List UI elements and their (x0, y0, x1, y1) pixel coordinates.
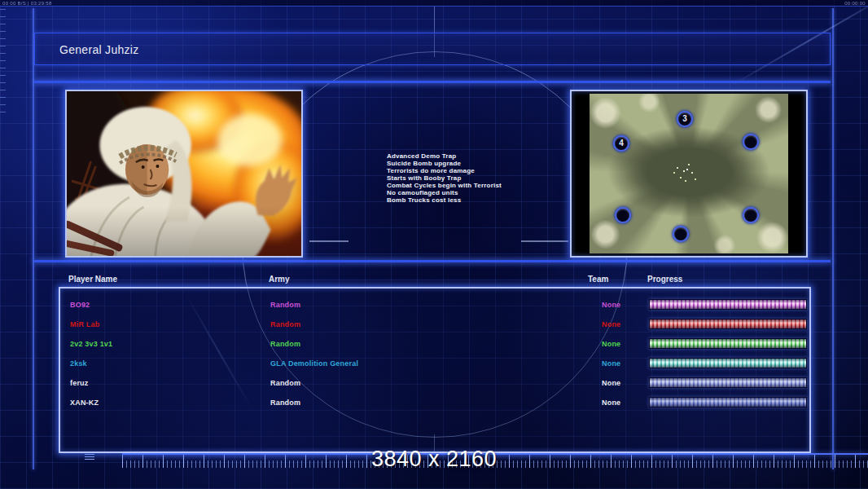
column-header-player-name: Player Name (68, 275, 117, 284)
player-team: None (602, 315, 620, 334)
spawn-marker: 4 (613, 135, 629, 152)
general-perks-list: Advanced Demo Trap Suicide Bomb upgrade … (387, 152, 582, 204)
map-terrain: 34 (590, 94, 788, 253)
frame-line-right (832, 8, 834, 469)
player-army: Random (270, 315, 300, 334)
player-army: Random (270, 295, 300, 315)
spawn-marker: 3 (677, 111, 693, 127)
player-name: XAN-KZ (70, 393, 99, 412)
general-portrait (65, 90, 303, 258)
table-row: 2ksk GLA Demolition General None (60, 354, 809, 373)
crosshair-dash-right (521, 240, 568, 242)
player-name: 2v2 3v3 1v1 (70, 334, 112, 354)
player-army: GLA Demolition General (270, 354, 358, 373)
table-row: feruz Random None (60, 373, 809, 393)
column-header-army: Army (269, 275, 290, 284)
portrait-image (67, 91, 301, 256)
progress-bar (649, 319, 807, 329)
player-team: None (602, 373, 620, 393)
title-panel: General Juhziz (34, 33, 831, 65)
player-army: Random (270, 393, 300, 412)
resolution-label: 3840 x 2160 (0, 447, 868, 472)
progress-bar-fill (650, 378, 806, 387)
progress-bar-fill (650, 339, 806, 348)
progress-bar (649, 299, 807, 310)
progress-bar (649, 377, 807, 388)
progress-bar (649, 338, 807, 349)
player-team: None (602, 334, 620, 354)
player-team: None (602, 393, 620, 412)
debug-timer-text: 00:00:00 (844, 1, 866, 6)
map-preview: 34 (570, 90, 808, 258)
divider-line-bottom (34, 260, 831, 262)
progress-bar-fill (650, 359, 806, 368)
player-name: 2ksk (70, 354, 87, 373)
player-team: None (602, 295, 620, 315)
perk-line: No camouflaged units (387, 189, 582, 196)
spawn-marker (743, 207, 759, 223)
perk-line: Combat Cycles begin with Terrorist (387, 182, 582, 189)
table-row: XAN-KZ Random None (60, 393, 809, 412)
progress-bar (649, 397, 807, 408)
frame-line-left (33, 8, 34, 469)
table-row: 2v2 3v3 1v1 Random None (60, 334, 809, 354)
player-army: Random (270, 334, 300, 354)
progress-bar-fill (650, 300, 806, 309)
player-name: feruz (70, 373, 89, 393)
player-table-header: Player Name Army Team Progress (59, 275, 811, 286)
top-status-bar: 00 00 B/S | 03:29:58 00:00:00 (0, 0, 868, 7)
perk-line: Terrorists do more damage (387, 167, 582, 174)
debug-stats-text: 00 00 B/S | 03:29:58 (2, 1, 52, 6)
left-ruler-ticks (0, 7, 6, 112)
player-name: BO92 (70, 295, 90, 315)
player-name: MiR Lab (70, 315, 99, 334)
map-center-objects (683, 170, 685, 172)
perk-line: Suicide Bomb upgrade (387, 160, 582, 167)
player-team: None (602, 354, 620, 373)
table-row: BO92 Random None (60, 295, 809, 315)
page-title: General Juhziz (59, 33, 139, 66)
perk-line: Starts with Booby Trap (387, 174, 582, 182)
table-row: MiR Lab Random None (60, 315, 809, 334)
player-rows: BO92 Random None MiR Lab Random None 2v2… (60, 295, 809, 412)
perk-line: Advanced Demo Trap (387, 152, 582, 160)
player-list-panel: BO92 Random None MiR Lab Random None 2v2… (59, 287, 811, 453)
player-army: Random (270, 373, 300, 393)
divider-line-top (34, 81, 831, 83)
crosshair-dash-left (309, 240, 349, 242)
spawn-marker (673, 226, 689, 242)
progress-bar (649, 358, 807, 368)
column-header-progress: Progress (647, 275, 682, 284)
progress-bar-fill (650, 398, 806, 407)
spawn-marker (615, 207, 631, 223)
spawn-marker (743, 134, 759, 150)
progress-bar-fill (650, 319, 806, 328)
perk-line: Bomb Trucks cost less (387, 196, 582, 204)
column-header-team: Team (588, 275, 608, 284)
